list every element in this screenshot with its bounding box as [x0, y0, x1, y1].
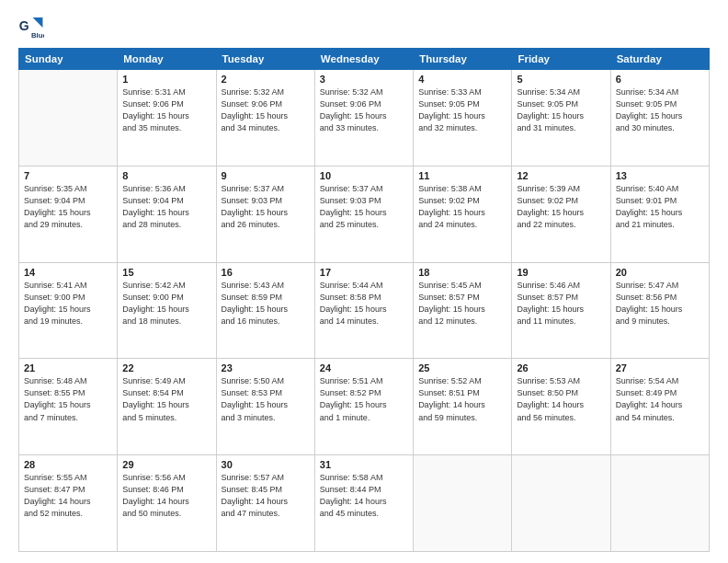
day-info: Sunrise: 5:38 AM Sunset: 9:02 PM Dayligh…	[418, 183, 506, 231]
day-number: 26	[517, 362, 605, 373]
calendar-cell: 25Sunrise: 5:52 AM Sunset: 8:51 PM Dayli…	[414, 359, 512, 455]
calendar-cell	[512, 455, 610, 552]
day-info: Sunrise: 5:37 AM Sunset: 9:03 PM Dayligh…	[222, 183, 310, 231]
day-info: Sunrise: 5:34 AM Sunset: 9:05 PM Dayligh…	[517, 86, 605, 134]
day-info: Sunrise: 5:52 AM Sunset: 8:51 PM Dayligh…	[418, 375, 506, 423]
calendar-cell: 30Sunrise: 5:57 AM Sunset: 8:45 PM Dayli…	[216, 455, 314, 552]
day-info: Sunrise: 5:32 AM Sunset: 9:06 PM Dayligh…	[320, 86, 408, 134]
calendar-cell: 11Sunrise: 5:38 AM Sunset: 9:02 PM Dayli…	[414, 166, 512, 262]
calendar-cell: 6Sunrise: 5:34 AM Sunset: 9:05 PM Daylig…	[610, 70, 709, 167]
calendar-cell: 28Sunrise: 5:55 AM Sunset: 8:47 PM Dayli…	[19, 455, 118, 552]
day-number: 20	[616, 267, 704, 278]
calendar-cell: 10Sunrise: 5:37 AM Sunset: 9:03 PM Dayli…	[314, 166, 413, 262]
col-header-thursday: Thursday	[414, 49, 512, 70]
day-info: Sunrise: 5:41 AM Sunset: 9:00 PM Dayligh…	[24, 280, 112, 327]
day-info: Sunrise: 5:57 AM Sunset: 8:45 PM Dayligh…	[222, 472, 310, 520]
day-info: Sunrise: 5:34 AM Sunset: 9:05 PM Dayligh…	[616, 86, 704, 134]
day-number: 29	[122, 459, 210, 470]
day-info: Sunrise: 5:35 AM Sunset: 9:04 PM Dayligh…	[24, 183, 112, 231]
day-info: Sunrise: 5:32 AM Sunset: 9:06 PM Dayligh…	[222, 86, 310, 134]
day-info: Sunrise: 5:58 AM Sunset: 8:44 PM Dayligh…	[320, 472, 408, 520]
day-number: 8	[122, 170, 210, 181]
col-header-friday: Friday	[512, 49, 610, 70]
calendar-cell: 21Sunrise: 5:48 AM Sunset: 8:55 PM Dayli…	[19, 359, 118, 455]
day-number: 13	[616, 170, 704, 181]
day-info: Sunrise: 5:43 AM Sunset: 8:59 PM Dayligh…	[222, 280, 310, 327]
calendar-cell: 15Sunrise: 5:42 AM Sunset: 9:00 PM Dayli…	[118, 262, 216, 359]
col-header-saturday: Saturday	[610, 49, 709, 70]
day-number: 15	[122, 267, 210, 278]
day-info: Sunrise: 5:44 AM Sunset: 8:58 PM Dayligh…	[320, 280, 408, 327]
col-header-wednesday: Wednesday	[314, 49, 413, 70]
day-number: 19	[517, 267, 605, 278]
day-number: 16	[222, 267, 310, 278]
week-row-3: 14Sunrise: 5:41 AM Sunset: 9:00 PM Dayli…	[19, 262, 710, 359]
day-number: 30	[222, 459, 310, 470]
day-info: Sunrise: 5:53 AM Sunset: 8:50 PM Dayligh…	[517, 375, 605, 423]
calendar-cell: 16Sunrise: 5:43 AM Sunset: 8:59 PM Dayli…	[216, 262, 314, 359]
calendar-cell: 29Sunrise: 5:56 AM Sunset: 8:46 PM Dayli…	[118, 455, 216, 552]
calendar-cell: 8Sunrise: 5:36 AM Sunset: 9:04 PM Daylig…	[118, 166, 216, 262]
day-number: 22	[122, 362, 210, 373]
calendar-cell	[19, 70, 118, 167]
day-info: Sunrise: 5:55 AM Sunset: 8:47 PM Dayligh…	[24, 472, 112, 520]
calendar-cell: 27Sunrise: 5:54 AM Sunset: 8:49 PM Dayli…	[610, 359, 709, 455]
day-info: Sunrise: 5:46 AM Sunset: 8:57 PM Dayligh…	[517, 280, 605, 327]
calendar-cell: 23Sunrise: 5:50 AM Sunset: 8:53 PM Dayli…	[216, 359, 314, 455]
day-number: 23	[222, 362, 310, 373]
day-info: Sunrise: 5:50 AM Sunset: 8:53 PM Dayligh…	[222, 375, 310, 423]
calendar-cell: 3Sunrise: 5:32 AM Sunset: 9:06 PM Daylig…	[314, 70, 413, 167]
day-number: 10	[320, 170, 408, 181]
calendar-cell: 7Sunrise: 5:35 AM Sunset: 9:04 PM Daylig…	[19, 166, 118, 262]
week-row-4: 21Sunrise: 5:48 AM Sunset: 8:55 PM Dayli…	[19, 359, 710, 455]
col-header-sunday: Sunday	[19, 49, 118, 70]
calendar-cell: 1Sunrise: 5:31 AM Sunset: 9:06 PM Daylig…	[118, 70, 216, 167]
day-info: Sunrise: 5:36 AM Sunset: 9:04 PM Dayligh…	[122, 183, 210, 231]
calendar-cell: 22Sunrise: 5:49 AM Sunset: 8:54 PM Dayli…	[118, 359, 216, 455]
day-number: 6	[616, 74, 704, 85]
day-number: 21	[24, 362, 112, 373]
calendar-cell: 17Sunrise: 5:44 AM Sunset: 8:58 PM Dayli…	[314, 262, 413, 359]
calendar-cell: 19Sunrise: 5:46 AM Sunset: 8:57 PM Dayli…	[512, 262, 610, 359]
day-info: Sunrise: 5:40 AM Sunset: 9:01 PM Dayligh…	[616, 183, 704, 231]
day-number: 12	[517, 170, 605, 181]
day-number: 18	[418, 267, 506, 278]
day-info: Sunrise: 5:33 AM Sunset: 9:05 PM Dayligh…	[418, 86, 506, 134]
calendar-cell: 18Sunrise: 5:45 AM Sunset: 8:57 PM Dayli…	[414, 262, 512, 359]
day-number: 28	[24, 459, 112, 470]
col-header-monday: Monday	[118, 49, 216, 70]
calendar-header-row: SundayMondayTuesdayWednesdayThursdayFrid…	[19, 49, 710, 70]
week-row-2: 7Sunrise: 5:35 AM Sunset: 9:04 PM Daylig…	[19, 166, 710, 262]
day-number: 3	[320, 74, 408, 85]
logo: G Blue	[18, 15, 48, 40]
day-number: 9	[222, 170, 310, 181]
calendar-cell: 12Sunrise: 5:39 AM Sunset: 9:02 PM Dayli…	[512, 166, 610, 262]
day-info: Sunrise: 5:48 AM Sunset: 8:55 PM Dayligh…	[24, 375, 112, 423]
calendar-cell: 20Sunrise: 5:47 AM Sunset: 8:56 PM Dayli…	[610, 262, 709, 359]
day-number: 7	[24, 170, 112, 181]
day-info: Sunrise: 5:31 AM Sunset: 9:06 PM Dayligh…	[122, 86, 210, 134]
day-info: Sunrise: 5:49 AM Sunset: 8:54 PM Dayligh…	[122, 375, 210, 423]
col-header-tuesday: Tuesday	[216, 49, 314, 70]
day-info: Sunrise: 5:39 AM Sunset: 9:02 PM Dayligh…	[517, 183, 605, 231]
logo-icon: G Blue	[18, 15, 44, 40]
calendar-cell: 5Sunrise: 5:34 AM Sunset: 9:05 PM Daylig…	[512, 70, 610, 167]
calendar-cell: 4Sunrise: 5:33 AM Sunset: 9:05 PM Daylig…	[414, 70, 512, 167]
page: G Blue SundayMondayTuesdayWednesdayThurs…	[0, 0, 728, 563]
day-info: Sunrise: 5:51 AM Sunset: 8:52 PM Dayligh…	[320, 375, 408, 423]
week-row-5: 28Sunrise: 5:55 AM Sunset: 8:47 PM Dayli…	[19, 455, 710, 552]
day-number: 24	[320, 362, 408, 373]
day-number: 2	[222, 74, 310, 85]
calendar-cell: 9Sunrise: 5:37 AM Sunset: 9:03 PM Daylig…	[216, 166, 314, 262]
day-number: 5	[517, 74, 605, 85]
day-number: 25	[418, 362, 506, 373]
calendar-cell: 31Sunrise: 5:58 AM Sunset: 8:44 PM Dayli…	[314, 455, 413, 552]
calendar-cell: 13Sunrise: 5:40 AM Sunset: 9:01 PM Dayli…	[610, 166, 709, 262]
day-number: 31	[320, 459, 408, 470]
day-info: Sunrise: 5:54 AM Sunset: 8:49 PM Dayligh…	[616, 375, 704, 423]
calendar-cell: 24Sunrise: 5:51 AM Sunset: 8:52 PM Dayli…	[314, 359, 413, 455]
calendar-cell: 26Sunrise: 5:53 AM Sunset: 8:50 PM Dayli…	[512, 359, 610, 455]
calendar-cell	[414, 455, 512, 552]
day-number: 4	[418, 74, 506, 85]
calendar-cell	[610, 455, 709, 552]
